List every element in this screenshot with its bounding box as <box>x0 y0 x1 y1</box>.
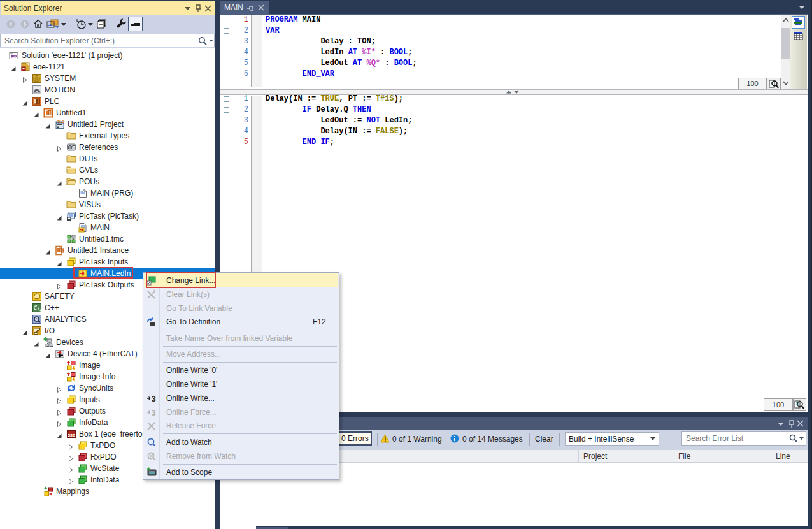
svg-text:3: 3 <box>152 395 156 403</box>
svg-text:PLC: PLC <box>57 120 65 124</box>
svg-text:ssc: ssc <box>68 433 75 437</box>
svg-text:3: 3 <box>152 409 156 417</box>
